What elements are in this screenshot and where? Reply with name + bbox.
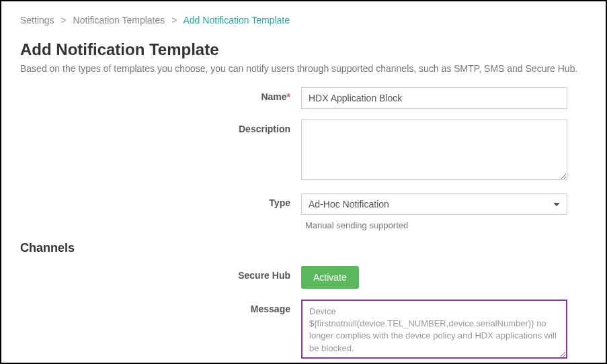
page-title: Add Notification Template <box>20 40 587 59</box>
type-label: Type <box>20 193 301 208</box>
breadcrumb-settings[interactable]: Settings <box>20 15 54 26</box>
type-select[interactable]: Ad-Hoc Notification <box>301 193 567 215</box>
type-helper-text: Manual sending supported <box>301 220 567 230</box>
message-label: Message <box>20 300 301 314</box>
activate-button[interactable]: Activate <box>301 266 359 289</box>
breadcrumb-sep: > <box>60 15 66 26</box>
chevron-down-icon <box>553 203 560 206</box>
type-selected-value: Ad-Hoc Notification <box>309 199 389 210</box>
name-label: Name* <box>20 87 301 102</box>
breadcrumb-templates[interactable]: Notification Templates <box>73 15 165 26</box>
breadcrumb-sep: > <box>171 15 177 26</box>
message-input[interactable] <box>301 300 567 359</box>
secure-hub-label: Secure Hub <box>20 266 301 281</box>
description-input[interactable] <box>301 120 567 180</box>
channels-heading: Channels <box>20 241 587 255</box>
page-subtitle: Based on the types of templates you choo… <box>20 63 587 74</box>
description-label: Description <box>20 120 301 134</box>
breadcrumb: Settings > Notification Templates > Add … <box>20 15 587 26</box>
breadcrumb-current: Add Notification Template <box>183 15 290 26</box>
name-input[interactable] <box>301 87 567 109</box>
